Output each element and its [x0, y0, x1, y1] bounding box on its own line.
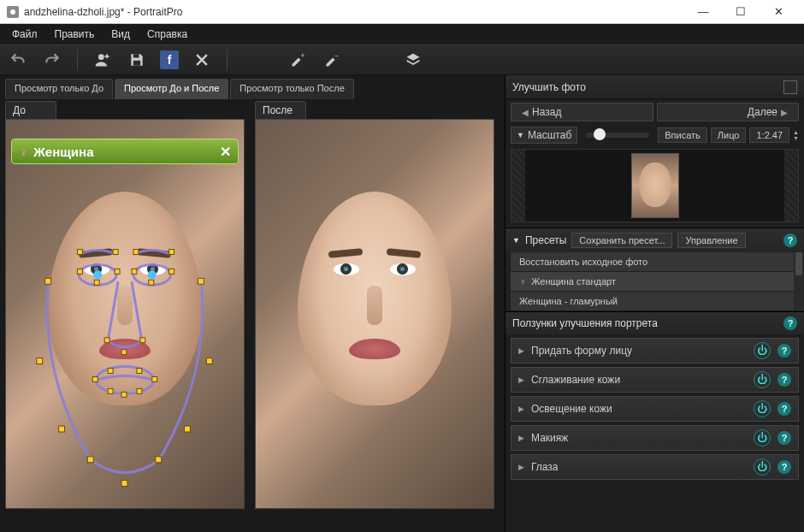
zoom-label[interactable]: ▼Масштаб — [511, 127, 577, 144]
layers-button[interactable] — [402, 49, 424, 71]
zoom-fit-button[interactable]: Вписать — [658, 127, 707, 143]
tab-after-only[interactable]: Просмотр только После — [230, 79, 353, 99]
scrollbar-thumb[interactable] — [795, 252, 802, 275]
menu-help[interactable]: Справка — [139, 28, 196, 40]
svg-rect-10 — [59, 426, 65, 432]
svg-text:+: + — [301, 51, 305, 60]
help-icon[interactable]: ? — [777, 344, 791, 358]
nav-back-button[interactable]: ◀Назад — [511, 103, 653, 121]
svg-rect-22 — [149, 280, 154, 285]
svg-rect-17 — [77, 269, 82, 274]
tab-before-only[interactable]: Просмотр только До — [5, 79, 113, 99]
side-panel: Улучшить фото ◀Назад Далее▶ ▼Масштаб Впи… — [505, 75, 804, 532]
before-view: До ♀ Женщина ✕ — [5, 101, 250, 509]
face-mesh-overlay[interactable] — [6, 120, 244, 508]
help-icon[interactable]: ? — [777, 431, 791, 445]
preset-item[interactable]: Женщина - гламурный — [511, 292, 799, 310]
navigator-thumbnail[interactable] — [631, 153, 679, 218]
menu-bar: Файл Править Вид Справка — [0, 24, 804, 44]
svg-point-38 — [148, 270, 157, 279]
after-photo[interactable] — [255, 119, 494, 509]
main-toolbar: f + − — [0, 44, 804, 75]
menu-file[interactable]: Файл — [3, 28, 46, 40]
slider-group-face-shape[interactable]: ▶Придать форму лицу⏻? — [511, 338, 799, 364]
window-maximize-button[interactable]: ☐ — [722, 0, 760, 24]
before-photo[interactable]: ♀ Женщина ✕ — [5, 119, 245, 509]
app-icon — [7, 6, 19, 18]
sliders-section: Ползунки улучшения портрета ? ▶Придать ф… — [505, 311, 804, 483]
zoom-stepper[interactable]: ▲▼ — [793, 129, 799, 141]
help-icon[interactable]: ? — [777, 460, 791, 474]
zoom-controls: ▼Масштаб Вписать Лицо 1:2.47 ▲▼ — [505, 125, 804, 149]
slider-group-eyes[interactable]: ▶Глаза⏻? — [511, 454, 799, 480]
preset-item[interactable]: ♀Женщина стандарт — [511, 272, 799, 291]
redo-button[interactable] — [41, 49, 63, 71]
manage-presets-button[interactable]: Управление — [677, 233, 745, 248]
svg-rect-18 — [115, 269, 120, 274]
power-icon[interactable]: ⏻ — [754, 371, 771, 388]
female-icon: ♀ — [519, 276, 526, 287]
undo-button[interactable] — [7, 49, 29, 71]
slider-group-skin-lighting[interactable]: ▶Освещение кожи⏻? — [511, 396, 799, 422]
window-minimize-button[interactable]: — — [684, 0, 722, 24]
help-icon[interactable]: ? — [783, 316, 797, 330]
chevron-right-icon: ▶ — [518, 434, 524, 442]
navigator-strip[interactable] — [511, 149, 799, 222]
chevron-down-icon: ▼ — [512, 236, 520, 245]
presets-section: ▼ Пресеты Сохранить пресет... Управление… — [505, 228, 804, 311]
svg-rect-31 — [137, 388, 142, 393]
save-preset-button[interactable]: Сохранить пресет... — [571, 233, 672, 248]
add-person-button[interactable] — [92, 49, 114, 71]
power-icon[interactable]: ⏻ — [754, 458, 771, 476]
presets-header[interactable]: ▼ Пресеты Сохранить пресет... Управление… — [505, 228, 804, 252]
power-icon[interactable]: ⏻ — [754, 429, 771, 446]
svg-rect-34 — [113, 250, 118, 255]
slider-group-makeup[interactable]: ▶Макияж⏻? — [511, 425, 799, 451]
power-icon[interactable]: ⏻ — [754, 342, 771, 359]
save-button[interactable] — [126, 49, 148, 71]
panel-options-button[interactable] — [783, 80, 797, 94]
svg-rect-29 — [137, 369, 142, 374]
facebook-button[interactable]: f — [160, 50, 179, 69]
chevron-down-icon: ▼ — [517, 131, 524, 139]
zoom-ratio: 1:2.47 — [749, 127, 789, 143]
svg-rect-27 — [152, 376, 157, 381]
cancel-button[interactable] — [191, 49, 213, 71]
slider-group-skin-smoothing[interactable]: ▶Сглаживание кожи⏻? — [511, 367, 799, 393]
help-icon[interactable]: ? — [777, 373, 791, 387]
scrollbar[interactable] — [794, 252, 804, 310]
svg-rect-28 — [108, 369, 113, 374]
after-label: После — [255, 101, 306, 119]
svg-point-0 — [98, 54, 104, 60]
svg-rect-16 — [156, 457, 162, 463]
nav-next-button[interactable]: Далее▶ — [657, 103, 800, 121]
menu-edit[interactable]: Править — [46, 28, 103, 40]
zoom-slider-knob[interactable] — [594, 128, 606, 140]
power-icon[interactable]: ⏻ — [754, 400, 771, 417]
svg-rect-23 — [104, 338, 109, 343]
help-icon[interactable]: ? — [777, 402, 791, 416]
preset-item[interactable]: Восстановить исходное фото — [511, 252, 799, 271]
svg-point-37 — [93, 270, 102, 279]
window-close-button[interactable]: ✕ — [760, 0, 797, 24]
chevron-right-icon: ▶ — [781, 108, 788, 117]
chevron-right-icon: ▶ — [518, 463, 524, 471]
help-icon[interactable]: ? — [783, 233, 797, 247]
svg-rect-12 — [206, 358, 212, 364]
brush-add-button[interactable]: + — [287, 49, 310, 71]
svg-rect-30 — [108, 388, 113, 393]
menu-view[interactable]: Вид — [103, 28, 139, 40]
zoom-slider[interactable] — [586, 133, 649, 138]
svg-rect-19 — [132, 269, 137, 274]
svg-rect-36 — [169, 250, 174, 255]
zoom-face-button[interactable]: Лицо — [711, 127, 747, 143]
svg-rect-25 — [121, 350, 127, 355]
brush-remove-button[interactable]: − — [322, 49, 344, 71]
main-viewport: Просмотр только До Просмотр До и После П… — [0, 75, 505, 532]
tab-before-after[interactable]: Просмотр До и После — [115, 79, 228, 99]
chevron-right-icon: ▶ — [518, 346, 524, 355]
svg-rect-33 — [77, 250, 82, 255]
svg-rect-20 — [169, 269, 174, 274]
chevron-left-icon: ◀ — [522, 108, 529, 117]
svg-rect-32 — [121, 392, 127, 397]
